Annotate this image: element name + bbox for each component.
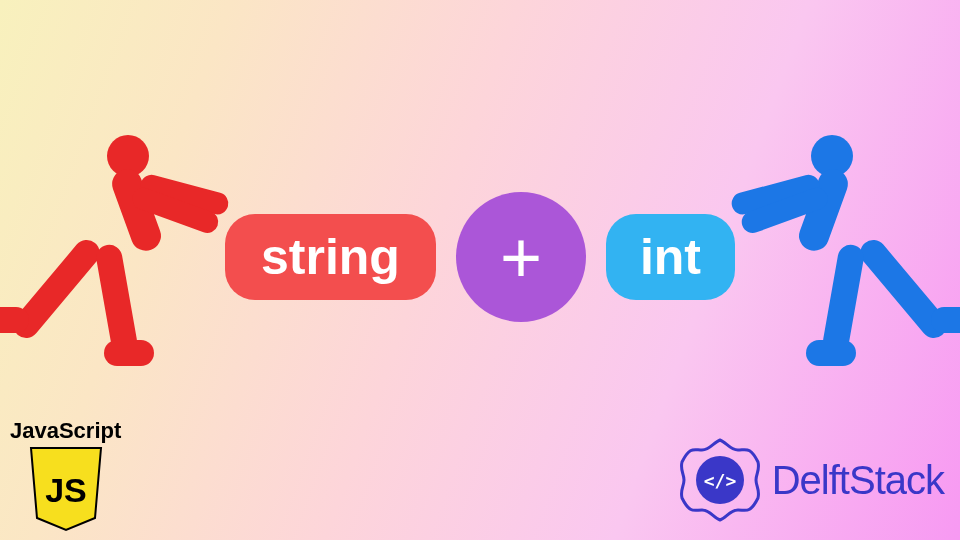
delft-mark-text: </>	[703, 470, 736, 491]
js-shield-text: JS	[45, 471, 87, 509]
javascript-logo: JavaScript JS	[10, 418, 121, 532]
concat-diagram: string + int	[225, 192, 735, 322]
delftstack-badge-icon: </>	[676, 436, 764, 524]
pushing-figure-right	[738, 135, 948, 365]
operand-int-pill: int	[606, 214, 735, 300]
operand-int-label: int	[640, 229, 701, 285]
operator-plus-label: +	[500, 221, 542, 293]
delftstack-logo: </> DelftStack	[676, 436, 944, 524]
operator-plus-circle: +	[456, 192, 586, 322]
javascript-shield-icon: JS	[27, 446, 105, 532]
operand-string-pill: string	[225, 214, 436, 300]
javascript-label: JavaScript	[10, 418, 121, 444]
pushing-figure-left	[12, 135, 222, 365]
operand-string-label: string	[261, 229, 400, 285]
delftstack-label: DelftStack	[772, 458, 944, 503]
